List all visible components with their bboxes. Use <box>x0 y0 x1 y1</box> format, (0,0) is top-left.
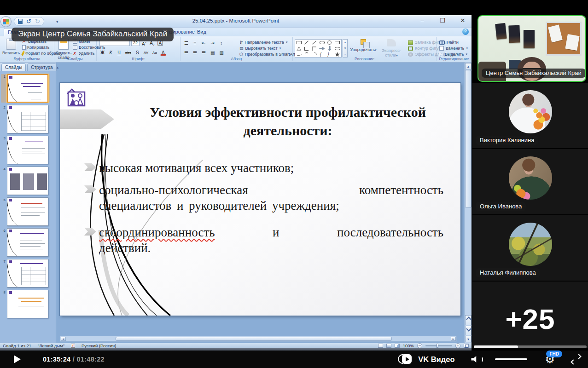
shape-down-arrow-icon[interactable] <box>328 46 332 51</box>
horizontal-scroll-thumb[interactable] <box>116 337 392 341</box>
slide-thumbnail[interactable] <box>7 290 48 318</box>
quick-styles-button[interactable]: Экспресс-стили▾ <box>377 39 406 58</box>
thumbnail-row-3[interactable]: 3 <box>1 136 50 164</box>
shape-arc-icon[interactable] <box>304 52 309 57</box>
shape-brace-right-icon[interactable]: } <box>327 52 332 57</box>
participant-tile[interactable]: Наталья Филиппова <box>472 215 588 281</box>
scroll-left-icon[interactable]: ◄ <box>61 337 66 341</box>
justify-button[interactable]: ▤ <box>210 49 215 56</box>
shapes-scroll[interactable]: ▲▼▿ <box>343 39 348 58</box>
copy-button[interactable]: Копировать <box>22 45 49 50</box>
font-color-button[interactable]: А <box>160 49 166 56</box>
maximize-button[interactable]: ❒ <box>437 17 448 25</box>
shape-elbow-arrow-icon[interactable] <box>313 46 316 51</box>
shape-brace-left-icon[interactable]: { <box>320 52 324 57</box>
thumbnail-row-7[interactable]: 7 <box>1 259 50 288</box>
zoom-out-button[interactable]: – <box>417 343 422 348</box>
zoom-slider-thumb[interactable] <box>437 344 438 348</box>
decrease-indent-button[interactable]: ⇤ <box>201 40 207 46</box>
scroll-down-icon[interactable]: ▼ <box>465 336 472 342</box>
numbering-button[interactable]: ≡ <box>192 40 198 46</box>
active-speaker-video[interactable]: Центр Семья Забайкальский Край <box>477 15 586 82</box>
columns-button[interactable]: ▥ <box>218 49 224 56</box>
bullet-item-3[interactable]: скоординированность и последовательность… <box>99 224 443 256</box>
align-center-button[interactable]: ☰ <box>192 49 198 56</box>
zoom-in-button[interactable]: + <box>455 343 460 348</box>
sidebar-scroll-thumb[interactable] <box>474 345 518 348</box>
thumbnail-row-1[interactable]: 1 <box>1 74 50 103</box>
underline-button[interactable]: Ч <box>116 49 122 56</box>
thumbnail-row-2[interactable]: 2 <box>1 105 50 133</box>
close-button[interactable]: ✕ <box>458 17 468 25</box>
vk-video-logo-icon[interactable] <box>398 354 413 365</box>
shapes-scroll-down-icon[interactable]: ▼ <box>343 46 347 52</box>
quality-badge[interactable]: FHD <box>546 351 562 357</box>
zoom-slider[interactable] <box>425 345 452 346</box>
volume-slider[interactable] <box>495 358 527 361</box>
previous-slide-button[interactable] <box>465 315 472 325</box>
slide-title[interactable]: Условия эффективности профилактической д… <box>129 103 447 140</box>
slide-thumbnail[interactable] <box>7 259 48 288</box>
increase-indent-button[interactable]: ⇥ <box>210 40 215 46</box>
line-spacing-button[interactable]: ↕ <box>218 40 224 46</box>
slide-thumbnail[interactable] <box>7 105 48 133</box>
find-button[interactable]: Найти <box>439 40 459 45</box>
shape-line-icon[interactable] <box>304 41 309 45</box>
help-icon[interactable]: ? <box>462 29 469 35</box>
fit-to-window-button[interactable] <box>464 344 469 348</box>
slide-thumbnail[interactable] <box>7 228 48 257</box>
scroll-right-icon[interactable]: ► <box>451 337 456 341</box>
slide-canvas[interactable]: Условия эффективности профилактической д… <box>60 83 460 316</box>
play-button[interactable] <box>14 355 21 363</box>
slide-sorter-view-button[interactable] <box>386 344 391 348</box>
bullets-button[interactable]: ☰ <box>183 40 189 46</box>
sidebar-scrollbar[interactable] <box>474 345 587 348</box>
more-participants-tile[interactable]: +25 <box>472 282 588 348</box>
strikethrough-button[interactable]: abc <box>124 49 132 56</box>
char-spacing-button[interactable]: AV <box>143 49 149 56</box>
slide-thumbnail[interactable] <box>7 167 48 195</box>
volume-control[interactable] <box>471 356 483 363</box>
tab-slides-panel[interactable]: Слайды <box>1 63 26 71</box>
participant-tile[interactable]: Ольга Иванова <box>472 149 588 214</box>
theme-name[interactable]: "Легкий дым" <box>38 343 64 348</box>
shapes-scroll-up-icon[interactable]: ▲ <box>343 40 347 46</box>
slide-thumbnail[interactable] <box>7 74 48 103</box>
align-right-button[interactable]: ☰ <box>201 49 207 56</box>
normal-view-button[interactable] <box>378 344 383 348</box>
thumbnail-row-8[interactable]: 8 <box>1 290 50 318</box>
delete-slide-button[interactable]: ✗Удалить <box>73 51 94 56</box>
change-case-button[interactable]: Aa <box>151 49 158 56</box>
spellcheck-icon[interactable]: ✗ <box>71 344 75 348</box>
scroll-up-icon[interactable]: ▲ <box>465 63 472 69</box>
volume-icon[interactable] <box>471 356 478 363</box>
shape-rounded-rect-icon[interactable] <box>320 41 325 44</box>
shape-frame-icon[interactable] <box>335 41 340 44</box>
arrange-button[interactable]: Упорядочить▾ <box>350 39 377 52</box>
thumbnail-row-6[interactable]: 6 <box>1 228 50 257</box>
replace-button[interactable]: Заменить▾ <box>439 46 468 51</box>
bullet-item-2[interactable]: социально-психологическая компетентность… <box>99 182 443 213</box>
shape-elbow-icon[interactable] <box>304 47 309 51</box>
shape-ellipse-icon[interactable] <box>327 40 332 45</box>
select-button[interactable]: Выделить▾ <box>439 52 467 57</box>
minimize-button[interactable]: – <box>417 17 427 25</box>
shape-cloud-icon[interactable] <box>335 47 340 50</box>
next-slide-button[interactable] <box>465 326 472 336</box>
powerpoint-titlebar[interactable]: ↺ ↻ ▾ 25.04.25.pptx - Microsoft PowerPoi… <box>0 15 472 28</box>
bullet-item-1[interactable]: высокая мотивация всех участников; <box>99 160 443 176</box>
participant-tile[interactable]: Виктория Калинина <box>472 83 588 148</box>
vertical-scrollbar[interactable]: ▲ ▼ <box>464 63 472 343</box>
slide-thumbnail[interactable] <box>7 197 48 226</box>
fullscreen-button[interactable] <box>571 355 581 364</box>
shapes-gallery[interactable]: { } <box>295 39 342 58</box>
vertical-scroll-thumb[interactable] <box>465 70 472 208</box>
tab-view[interactable]: Вид <box>193 28 210 36</box>
shape-rect-icon[interactable] <box>297 41 302 44</box>
shape-arrow-line-icon[interactable] <box>312 41 316 45</box>
horizontal-scrollbar[interactable]: ◄ ► <box>60 336 457 342</box>
shape-triangle-icon[interactable] <box>297 47 301 51</box>
shape-right-arrow-icon[interactable] <box>319 47 325 51</box>
thumbnail-row-4[interactable]: 4 <box>1 167 50 195</box>
tab-outline-panel[interactable]: Структура <box>27 63 56 71</box>
